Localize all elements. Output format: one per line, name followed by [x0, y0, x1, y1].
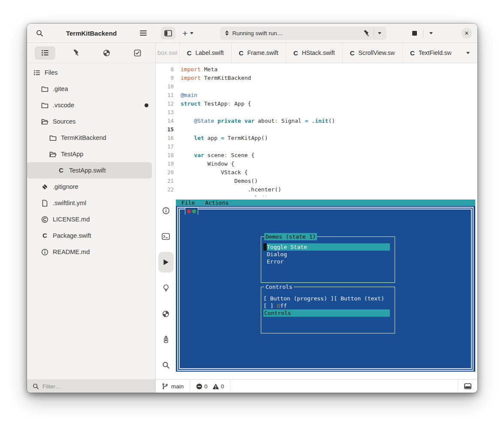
code-line[interactable]: 8import Meta	[156, 65, 477, 74]
tree-item-termkitbackend[interactable]: TermKitBackend	[27, 130, 152, 146]
tui-menubar: File Actions	[176, 200, 475, 206]
tree-item-label: .gitea	[53, 85, 68, 92]
panel-tab-info[interactable]	[156, 198, 176, 224]
active-tab-pill	[158, 252, 174, 273]
tui-controls-title: Controls	[264, 283, 294, 291]
line-number: 13	[156, 108, 174, 117]
toggle-bottom-panel-button[interactable]	[458, 380, 477, 393]
tab-overflow-button[interactable]	[459, 43, 477, 63]
globe-icon	[162, 310, 169, 318]
tui-list-item-selected[interactable]: Toggle State	[263, 243, 390, 251]
tree-item-sources[interactable]: Sources	[27, 113, 152, 130]
tui-close-dot[interactable]	[187, 209, 191, 213]
tui-checkbox-brackets: [ ]	[263, 303, 277, 309]
panel-tab-web[interactable]	[156, 301, 176, 327]
toggle-sidebar-button[interactable]	[161, 27, 175, 39]
panel-tab-terminal[interactable]	[156, 224, 176, 249]
tree-item-license[interactable]: LICENSE.md	[27, 211, 152, 227]
chevron-down-icon	[378, 32, 381, 34]
tui-menu-file[interactable]: File	[181, 200, 195, 206]
tree-item-vscode[interactable]: .vscode	[27, 97, 152, 113]
code-line[interactable]: 9import TermKitBackend	[156, 74, 477, 82]
run-terminal[interactable]: File Actions Demos (state 1) Togg	[176, 200, 475, 372]
tree-item-testapp-swift[interactable]: C TestApp.swift	[27, 162, 152, 179]
panel-tab-profiler[interactable]	[156, 327, 176, 352]
code-line[interactable]: 18 var scene: Scene {	[156, 151, 477, 160]
code-line[interactable]: 10	[156, 82, 477, 91]
tree-item-package-swift[interactable]: C Package.swift	[27, 227, 152, 244]
code-line[interactable]: 17	[156, 142, 477, 151]
branch-indicator[interactable]: main	[156, 380, 190, 393]
tui-window-buttons	[185, 208, 198, 215]
code-text: Demos()	[181, 177, 258, 185]
up-down-arrows-icon	[225, 30, 229, 36]
tui-demos-title: Demos (state 1)	[264, 233, 317, 240]
code-line[interactable]: 13	[156, 108, 477, 117]
code-line[interactable]: 22 .hcenter()	[156, 185, 477, 194]
tab-scrollview-swift[interactable]: C ScrollView.sw	[343, 43, 403, 63]
tui-list-item-dialog[interactable]: Dialog	[267, 251, 287, 258]
files-view-button[interactable]	[35, 46, 55, 60]
tui-list-item-error[interactable]: Error	[267, 258, 284, 265]
tree-item-gitea[interactable]: .gitea	[27, 81, 152, 97]
c-source-icon: C	[239, 49, 244, 57]
code-line[interactable]: 20 VStack {	[156, 168, 477, 177]
run-options-button[interactable]	[426, 27, 436, 39]
c-source-icon: C	[41, 232, 48, 239]
tab-textfield-swift[interactable]: C TextField.sw	[403, 43, 459, 63]
tui-buttons-row[interactable]: [ Button (progress) ][ Button (text)	[263, 295, 384, 302]
window-close-button[interactable]: ✕	[461, 27, 472, 39]
panel-tab-search[interactable]	[156, 352, 176, 378]
tree-item-readme[interactable]: README.md	[27, 244, 152, 260]
tab-frame-swift[interactable]: C Frame.swift	[232, 43, 286, 63]
build-status-pill[interactable]: Running swift run…	[220, 27, 386, 40]
code-line[interactable]: 11@main	[156, 91, 477, 100]
tui-maximize-dot[interactable]	[192, 209, 196, 213]
tree-item-swiftlint[interactable]: .swiftlint.yml	[27, 195, 152, 211]
panel-tab-strip	[156, 196, 176, 379]
tui-menu-actions[interactable]: Actions	[205, 200, 229, 206]
document-icon	[41, 200, 48, 207]
tree-item-gitignore[interactable]: .gitignore	[27, 179, 152, 195]
line-number: 16	[156, 134, 174, 142]
panel-tab-suggestions[interactable]	[156, 275, 176, 301]
code-line[interactable]: 12struct TestApp: App {	[156, 100, 477, 108]
folder-icon	[41, 85, 48, 93]
search-icon	[36, 30, 43, 37]
tasks-view-button[interactable]	[127, 46, 148, 60]
web-view-button[interactable]	[96, 46, 117, 60]
chevron-down-icon	[429, 32, 433, 34]
tui-progress-bar[interactable]: Controls	[263, 309, 390, 317]
code-line[interactable]: 14 @State private var about: Signal = .i…	[156, 117, 477, 125]
tree-item-label: .gitignore	[53, 183, 78, 190]
code-line[interactable]: 19 Window {	[156, 160, 477, 168]
line-number: 15	[156, 125, 174, 134]
tab-hstack-swift[interactable]: C HStack.swift	[286, 43, 343, 63]
tab-checkbox-swift[interactable]: box.swi	[156, 43, 180, 63]
panel-tab-run-output[interactable]	[156, 249, 176, 275]
folder-open-icon	[41, 118, 48, 125]
tui-checkbox[interactable]: [ ] Off	[263, 302, 287, 309]
filter-input[interactable]	[42, 383, 150, 390]
code-line[interactable]: 21 Demos()	[156, 177, 477, 185]
diagnostics-indicator[interactable]: 0 0	[190, 380, 230, 393]
build-view-button[interactable]	[66, 46, 86, 60]
filter-box[interactable]	[27, 380, 156, 393]
search-button[interactable]	[32, 27, 47, 39]
folder-icon	[49, 134, 57, 142]
menu-button[interactable]	[136, 27, 151, 39]
tui-checkbox-label: ff	[280, 303, 287, 309]
tree-item-files[interactable]: Files	[27, 64, 152, 81]
stop-button[interactable]	[408, 27, 420, 39]
build-status-text: Running swift run…	[232, 30, 359, 36]
code-editor[interactable]: 8import Meta9import TermKitBackend1011@m…	[156, 63, 477, 196]
code-text: import Meta	[181, 65, 217, 74]
code-line[interactable]: 16 let app = TermKitApp()	[156, 134, 477, 142]
git-branch-icon	[162, 383, 168, 390]
new-page-button[interactable]: +	[178, 27, 198, 39]
code-line[interactable]: 15	[156, 125, 477, 134]
tab-label-swift[interactable]: C Label.swift	[180, 43, 232, 63]
warning-count: 0	[221, 383, 224, 390]
tree-item-testapp[interactable]: TestApp	[27, 146, 152, 162]
line-number: 19	[156, 160, 174, 168]
